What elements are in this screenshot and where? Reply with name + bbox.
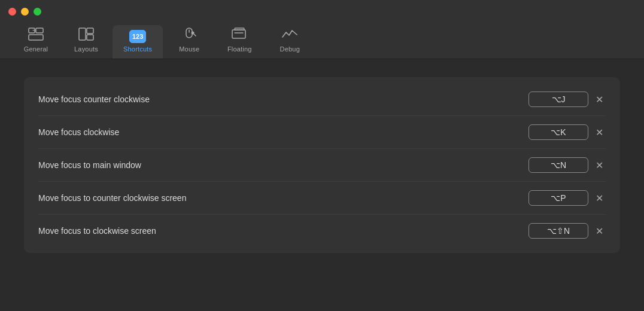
floating-icon [232, 28, 247, 43]
general-icon [28, 28, 44, 43]
shortcut-key-button[interactable]: ⌥K [528, 124, 588, 140]
shortcut-clear-button[interactable]: ✕ [593, 126, 606, 139]
svg-rect-2 [29, 35, 43, 40]
shortcut-label: Move focus to main window [38, 160, 141, 170]
shortcut-row: Move focus to clockwise screen ⌥⇧N ✕ [38, 215, 606, 247]
shortcut-key-button[interactable]: ⌥J [528, 92, 588, 107]
shortcut-row: Move focus to main window ⌥N ✕ [38, 149, 606, 182]
tab-debug-label: Debug [280, 45, 300, 53]
titlebar [0, 0, 644, 23]
svg-rect-4 [87, 28, 93, 33]
tab-debug[interactable]: Debug [266, 23, 314, 59]
svg-rect-1 [36, 28, 43, 33]
shortcut-key-button[interactable]: ⌥N [528, 157, 588, 173]
shortcut-label: Move focus clockwise [38, 127, 119, 137]
shortcut-row: Move focus clockwise ⌥K ✕ [38, 116, 606, 149]
tab-shortcuts[interactable]: 123 Shortcuts [113, 25, 163, 59]
maximize-button[interactable] [34, 8, 41, 16]
shortcut-controls: ⌥P ✕ [528, 190, 606, 206]
main-content: Move focus counter clockwise ⌥J ✕ Move f… [0, 59, 644, 311]
close-button[interactable] [8, 8, 16, 16]
minimize-button[interactable] [21, 8, 29, 16]
tab-floating[interactable]: Floating [215, 23, 263, 59]
tab-floating-label: Floating [227, 45, 252, 53]
tab-layouts-label: Layouts [74, 45, 98, 53]
shortcut-row: Move focus to counter clockwise screen ⌥… [38, 182, 606, 215]
shortcut-row: Move focus counter clockwise ⌥J ✕ [38, 83, 606, 116]
shortcut-controls: ⌥N ✕ [528, 157, 606, 173]
svg-rect-9 [232, 30, 245, 38]
shortcut-controls: ⌥J ✕ [528, 92, 606, 107]
shortcut-label: Move focus to clockwise screen [38, 226, 156, 236]
shortcut-key-button[interactable]: ⌥⇧N [528, 223, 588, 239]
tab-general[interactable]: General [12, 23, 60, 59]
shortcut-clear-button[interactable]: ✕ [593, 158, 606, 172]
shortcut-clear-button[interactable]: ✕ [593, 224, 606, 238]
toolbar: General Layouts 123 Shortcuts M [0, 23, 644, 59]
shortcut-controls: ⌥K ✕ [528, 124, 606, 140]
shortcuts-icon: 123 [129, 30, 146, 43]
tab-layouts[interactable]: Layouts [62, 23, 110, 59]
shortcuts-panel: Move focus counter clockwise ⌥J ✕ Move f… [24, 77, 620, 253]
svg-rect-5 [87, 35, 93, 40]
mouse-icon [181, 28, 197, 43]
layouts-icon [78, 28, 94, 43]
shortcut-controls: ⌥⇧N ✕ [528, 223, 606, 239]
tab-shortcuts-label: Shortcuts [123, 45, 152, 53]
shortcut-clear-button[interactable]: ✕ [593, 93, 606, 106]
svg-rect-3 [79, 28, 86, 40]
shortcut-clear-button[interactable]: ✕ [593, 191, 606, 205]
debug-icon [282, 28, 297, 43]
tab-general-label: General [24, 45, 48, 53]
tab-mouse-label: Mouse [179, 45, 199, 53]
shortcut-label: Move focus to counter clockwise screen [38, 193, 186, 203]
svg-rect-10 [235, 28, 244, 30]
shortcut-label: Move focus counter clockwise [38, 94, 150, 104]
shortcut-key-button[interactable]: ⌥P [528, 190, 588, 206]
tab-mouse[interactable]: Mouse [165, 23, 213, 59]
